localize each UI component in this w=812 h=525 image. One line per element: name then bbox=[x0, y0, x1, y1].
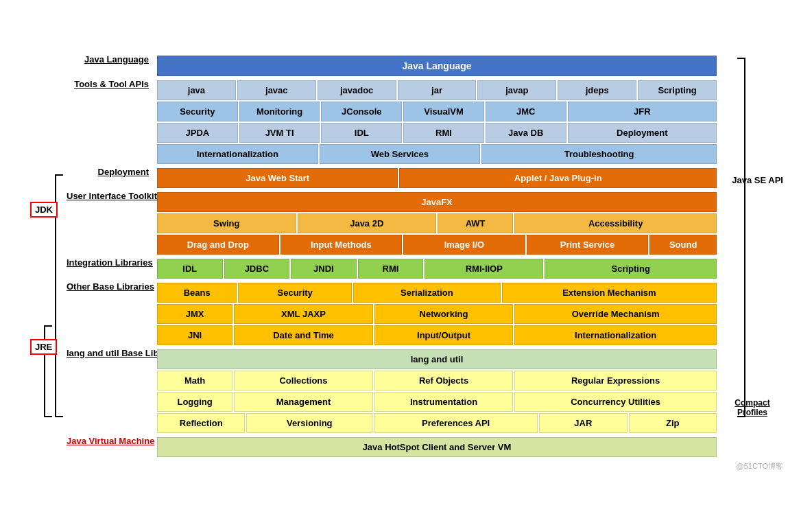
lang-util-content: lang and util Math Collections Ref Objec… bbox=[156, 348, 718, 434]
ui-toolkits-content: JavaFX Swing Java 2D AWT Accessibility D… bbox=[156, 191, 718, 256]
other-row-3: JNI Date and Time Input/Output Internati… bbox=[157, 325, 717, 345]
tool-rmi: RMI bbox=[403, 123, 484, 143]
input-methods: Input Methods bbox=[280, 235, 403, 255]
versioning: Versioning bbox=[246, 413, 372, 433]
tool-jfr: JFR bbox=[568, 102, 717, 121]
tool-javadoc: javadoc bbox=[318, 80, 396, 100]
java-language-content: Java Language bbox=[156, 54, 718, 78]
ui-toolkits-label: User Interface Toolkits bbox=[67, 191, 156, 256]
jdk-label: JDK bbox=[30, 202, 58, 218]
integ-jndi: JNDI bbox=[291, 259, 357, 279]
tool-jmc: JMC bbox=[486, 102, 566, 121]
ui-toolkits-block: JavaFX Swing Java 2D AWT Accessibility D… bbox=[157, 192, 717, 255]
xml-jaxp: XML JAXP bbox=[234, 304, 373, 324]
java-web-start: Java Web Start bbox=[157, 168, 398, 188]
langutil-header-row: lang and util bbox=[157, 349, 717, 369]
extension-mechanism: Extension Mechanism bbox=[502, 283, 717, 303]
tool-javadb: Java DB bbox=[486, 123, 566, 143]
tools-label: Tools & Tool APIs bbox=[67, 79, 156, 165]
ui-swing-row: Swing Java 2D AWT Accessibility bbox=[157, 213, 717, 233]
deployment-block: Java Web Start Applet / Java Plug-in bbox=[157, 168, 717, 188]
tools-row: Tools & Tool APIs java javac javadoc jar… bbox=[67, 79, 718, 165]
jvm-hotspot: Java HotSpot Client and Server VM bbox=[157, 437, 717, 457]
langutil-row-2: Logging Management Instrumentation Concu… bbox=[157, 392, 717, 412]
deployment-label: Deployment bbox=[67, 167, 156, 189]
tool-idl: IDL bbox=[321, 123, 402, 143]
instrumentation: Instrumentation bbox=[374, 392, 514, 412]
tool-monitoring: Monitoring bbox=[239, 102, 320, 121]
integ-scripting: Scripting bbox=[545, 259, 717, 279]
logging: Logging bbox=[157, 392, 232, 412]
integ-rmiiiop: RMI-IIOP bbox=[425, 259, 543, 279]
lang-util-block: lang and util Math Collections Ref Objec… bbox=[157, 349, 717, 433]
tool-deployment: Deployment bbox=[568, 123, 717, 143]
regular-expressions: Regular Expressions bbox=[514, 371, 717, 390]
java-language-row: Java Language Java Language bbox=[67, 54, 718, 78]
ui-javafx-row: JavaFX bbox=[157, 192, 717, 212]
jvm-content: Java HotSpot Client and Server VM bbox=[156, 436, 718, 458]
networking: Networking bbox=[374, 304, 514, 324]
tools-block: java javac javadoc jar javap jdeps Scrip… bbox=[157, 80, 717, 164]
preferences-api: Preferences API bbox=[374, 413, 538, 433]
jar: JAR bbox=[539, 413, 627, 433]
other-row-1: Beans Security Serialization Extension M… bbox=[157, 283, 717, 303]
tools-row-3: JPDA JVM TI IDL RMI Java DB Deployment bbox=[157, 123, 717, 143]
right-labels: Java SE API Compact Profiles bbox=[721, 54, 783, 458]
lang-util-label: lang and util Base Libraries bbox=[67, 348, 156, 434]
accessibility: Accessibility bbox=[514, 213, 717, 233]
print-service: Print Service bbox=[527, 235, 649, 255]
integration-content: IDL JDBC JNDI RMI RMI-IIOP Scripting bbox=[156, 257, 718, 280]
lang-util-row: lang and util Base Libraries lang and ut… bbox=[67, 348, 718, 434]
tools-row-1: java javac javadoc jar javap jdeps Scrip… bbox=[157, 80, 717, 100]
ui-dragdrop-row: Drag and Drop Input Methods Image I/O Pr… bbox=[157, 235, 717, 255]
tool-javac: javac bbox=[237, 80, 316, 100]
security: Security bbox=[238, 283, 352, 303]
lang-and-util: lang and util bbox=[157, 349, 717, 369]
other-base-row: Other Base Libraries Beans Security Seri… bbox=[67, 281, 718, 347]
main-content: Java Language Java Language Tools & Tool… bbox=[67, 54, 718, 458]
tool-security: Security bbox=[157, 102, 238, 121]
concurrency-utilities: Concurrency Utilities bbox=[514, 392, 717, 412]
tools-content: java javac javadoc jar javap jdeps Scrip… bbox=[156, 79, 718, 165]
reflection: Reflection bbox=[157, 413, 245, 433]
diagram-container: JDK JRE Java Language Java Language Tool… bbox=[29, 54, 783, 471]
integ-jdbc: JDBC bbox=[224, 259, 290, 279]
beans: Beans bbox=[157, 283, 237, 303]
tool-jvmti: JVM TI bbox=[239, 123, 320, 143]
tools-row-2: Security Monitoring JConsole VisualVM JM… bbox=[157, 102, 717, 121]
collections: Collections bbox=[234, 371, 373, 390]
tool-jpda: JPDA bbox=[157, 123, 238, 143]
management: Management bbox=[234, 392, 373, 412]
zip: Zip bbox=[629, 413, 717, 433]
jvm-label: Java Virtual Machine bbox=[67, 436, 156, 458]
left-bracket-area: JDK JRE bbox=[29, 54, 67, 458]
serialization: Serialization bbox=[353, 283, 501, 303]
watermark: @51CTO博客 bbox=[29, 461, 783, 471]
java-language-header: Java Language bbox=[157, 56, 717, 76]
compact-profiles-label: Compact Profiles bbox=[721, 398, 783, 417]
awt: AWT bbox=[438, 213, 513, 233]
image-io: Image I/O bbox=[403, 235, 525, 255]
deployment-row: Deployment Java Web Start Applet / Java … bbox=[67, 167, 718, 189]
other-row-2: JMX XML JAXP Networking Override Mechani… bbox=[157, 304, 717, 324]
java-se-api-label: Java SE API bbox=[732, 175, 783, 185]
outer-wrapper: JDK JRE Java Language Java Language Tool… bbox=[29, 54, 783, 458]
tool-java: java bbox=[157, 80, 236, 100]
jni: JNI bbox=[157, 325, 232, 345]
internationalization: Internationalization bbox=[514, 325, 717, 345]
input-output: Input/Output bbox=[374, 325, 514, 345]
integ-rmi: RMI bbox=[358, 259, 424, 279]
tool-javap: javap bbox=[477, 80, 556, 100]
tool-jdeps: jdeps bbox=[558, 80, 636, 100]
drag-and-drop: Drag and Drop bbox=[157, 235, 279, 255]
tool-jconsole: JConsole bbox=[321, 102, 402, 121]
tool-visualvm: VisualVM bbox=[403, 102, 484, 121]
integration-row: Integration Libraries IDL JDBC JNDI RMI … bbox=[67, 257, 718, 280]
tools-row-4: Internationalization Web Services Troubl… bbox=[157, 144, 717, 164]
integration-label: Integration Libraries bbox=[67, 257, 156, 280]
other-base-content: Beans Security Serialization Extension M… bbox=[156, 281, 718, 347]
deployment-content: Java Web Start Applet / Java Plug-in bbox=[156, 167, 718, 189]
jvm-row: Java Virtual Machine Java HotSpot Client… bbox=[67, 436, 718, 458]
jmx: JMX bbox=[157, 304, 232, 324]
tool-troubleshooting: Troubleshooting bbox=[481, 144, 717, 164]
